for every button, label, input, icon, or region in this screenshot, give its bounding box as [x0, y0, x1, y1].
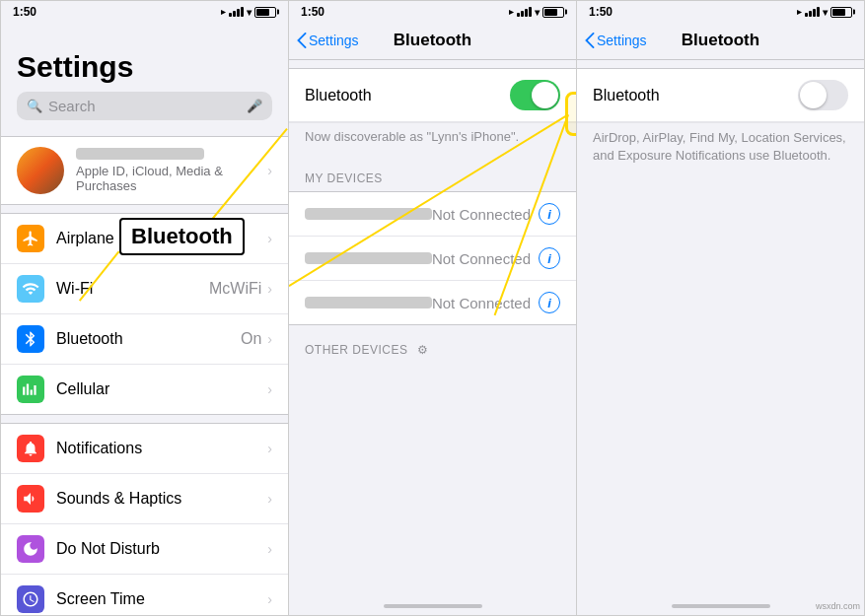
wifi-settings-icon	[17, 275, 44, 303]
bluetooth-toggle-row: Bluetooth	[289, 69, 576, 122]
airplane-chevron: ›	[267, 231, 272, 246]
screentime-row[interactable]: Screen Time ›	[1, 575, 288, 616]
account-row[interactable]: Apple ID, iCloud, Media & Purchases ›	[1, 136, 288, 205]
notifications-chevron: ›	[267, 441, 272, 456]
bluetooth-label: Bluetooth	[56, 330, 241, 348]
cellular-chevron: ›	[267, 381, 272, 397]
search-icon: 🔍	[27, 99, 42, 113]
sounds-icon	[17, 485, 44, 513]
watermark: wsxdn.com	[816, 601, 860, 611]
status-icons-left: ▸ ▾	[221, 7, 276, 18]
left-phone-panel: 1:50 ▸ ▾ Settings 🔍 Search 🎤 Appl	[0, 0, 289, 616]
screentime-icon	[17, 585, 44, 613]
notifications-row[interactable]: Notifications ›	[1, 424, 288, 474]
battery-icon-mid	[542, 7, 564, 18]
donotdisturb-label: Do Not Disturb	[56, 540, 267, 558]
notifications-icon	[17, 435, 44, 462]
wifi-chevron: ›	[267, 281, 272, 297]
mic-icon: 🎤	[247, 99, 262, 113]
device-name-blur-1	[305, 208, 432, 220]
nav-title-right: Bluetooth	[682, 31, 759, 50]
sounds-row[interactable]: Sounds & Haptics ›	[1, 474, 288, 524]
wifi-label: Wi-Fi	[56, 280, 209, 298]
status-bar-middle: 1:50 ▸ ▾	[289, 1, 576, 23]
time-right: 1:50	[589, 5, 613, 19]
bluetooth-toggle-row-off: Bluetooth	[577, 69, 864, 122]
cellular-row[interactable]: Cellular ›	[1, 365, 288, 414]
signal-icon-mid	[517, 7, 532, 17]
sounds-chevron: ›	[267, 491, 272, 507]
device-info-btn-2[interactable]: i	[539, 247, 560, 269]
device-status-3: Not Connected	[432, 295, 531, 311]
account-chevron: ›	[267, 163, 272, 178]
donotdisturb-row[interactable]: Do Not Disturb ›	[1, 524, 288, 575]
location-icon-right: ▸	[797, 7, 802, 17]
device-name-blur-3	[305, 297, 432, 308]
back-label-middle: Settings	[309, 33, 359, 48]
back-label-right: Settings	[597, 33, 647, 48]
signal-icon	[229, 7, 244, 17]
wifi-row[interactable]: Wi-Fi McWiFi ›	[1, 264, 288, 314]
wifi-icon-mid: ▾	[535, 7, 540, 18]
wifi-value: McWiFi	[209, 280, 261, 298]
bluetooth-value: On	[241, 330, 261, 348]
toggle-highlight-box	[565, 92, 577, 136]
bluetooth-toggle-label: Bluetooth	[305, 87, 510, 104]
account-name-blur	[76, 148, 204, 160]
device-status-1: Not Connected	[432, 206, 531, 223]
avatar	[17, 147, 64, 194]
bluetooth-row[interactable]: Bluetooth On ›	[1, 314, 288, 365]
time-middle: 1:50	[301, 5, 324, 19]
status-icons-right: ▸ ▾	[797, 7, 852, 18]
device-name-blur-2	[305, 252, 432, 264]
bluetooth-toggle-off[interactable]	[798, 80, 848, 110]
wifi-icon: ▾	[247, 7, 252, 18]
screentime-label: Screen Time	[56, 590, 267, 608]
airplane-icon	[17, 225, 44, 252]
battery-icon	[254, 7, 276, 18]
middle-panel-content: Bluetooth Now discoverable as "Lynn's iP…	[289, 60, 576, 597]
back-button-right[interactable]: Settings	[585, 33, 647, 48]
location-icon-mid: ▸	[509, 7, 514, 17]
device-info-btn-3[interactable]: i	[539, 292, 560, 313]
screentime-chevron: ›	[267, 591, 272, 607]
device-status-2: Not Connected	[432, 250, 531, 267]
signal-icon-right	[805, 7, 820, 17]
discoverable-text: Now discoverable as "Lynn's iPhone".	[289, 123, 576, 154]
account-subtitle: Apple ID, iCloud, Media & Purchases	[76, 164, 267, 193]
bluetooth-toggle-on[interactable]	[510, 80, 560, 110]
sounds-label: Sounds & Haptics	[56, 490, 267, 508]
status-bar-right: 1:50 ▸ ▾	[577, 1, 864, 23]
notifications-group: Notifications › Sounds & Haptics › Do No…	[1, 423, 288, 616]
my-devices-header: MY DEVICES	[289, 154, 576, 191]
status-bar-left: 1:50 ▸ ▾	[1, 1, 288, 23]
device-row-1[interactable]: Not Connected i	[289, 192, 576, 237]
location-icon: ▸	[221, 7, 226, 17]
search-placeholder: Search	[48, 98, 241, 114]
nav-title-middle: Bluetooth	[394, 31, 471, 50]
cellular-icon	[17, 376, 44, 403]
bluetooth-toggle-label-right: Bluetooth	[593, 87, 798, 104]
right-panel-content: Bluetooth AirDrop, AirPlay, Find My, Loc…	[577, 60, 864, 597]
battery-icon-right	[830, 7, 852, 18]
bluetooth-icon	[17, 325, 44, 353]
donotdisturb-chevron: ›	[267, 541, 272, 557]
device-row-2[interactable]: Not Connected i	[289, 237, 576, 281]
other-devices-header: OTHER DEVICES ⚙	[289, 325, 576, 363]
right-phone-panel: 1:50 ▸ ▾ Settings Bluetooth	[577, 0, 865, 616]
wifi-icon-right: ▾	[823, 7, 828, 18]
middle-phone-panel: 1:50 ▸ ▾ Settings Bluetooth	[289, 0, 577, 616]
time-left: 1:50	[13, 5, 36, 19]
bt-description: AirDrop, AirPlay, Find My, Location Serv…	[577, 123, 864, 174]
nav-bar-middle: Settings Bluetooth	[289, 23, 576, 60]
settings-title: Settings	[1, 23, 288, 92]
device-info-btn-1[interactable]: i	[539, 203, 560, 225]
bluetooth-annotation-label: Bluetooth	[119, 218, 245, 255]
search-bar[interactable]: 🔍 Search 🎤	[17, 92, 272, 120]
donotdisturb-icon	[17, 535, 44, 563]
account-info: Apple ID, iCloud, Media & Purchases	[76, 148, 267, 193]
bluetooth-chevron: ›	[267, 331, 272, 347]
device-row-3[interactable]: Not Connected i	[289, 281, 576, 324]
notifications-label: Notifications	[56, 440, 267, 457]
back-button-middle[interactable]: Settings	[297, 33, 359, 48]
